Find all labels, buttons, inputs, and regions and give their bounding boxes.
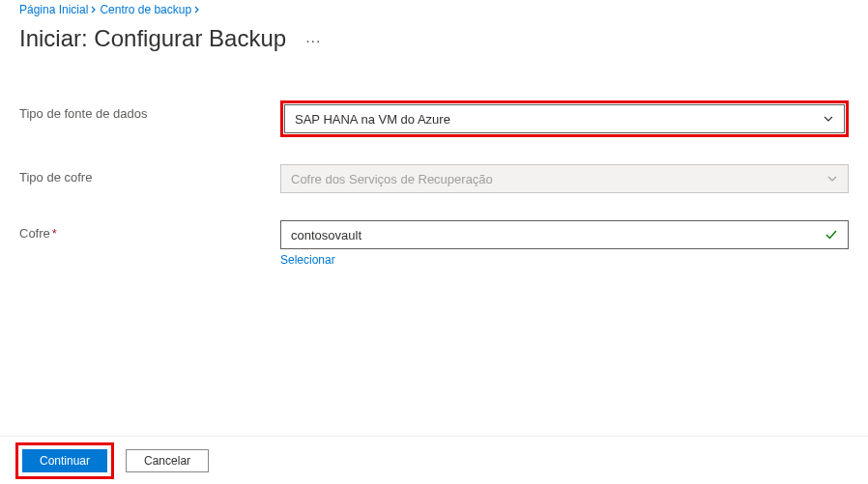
row-vault-type: Tipo de cofre Cofre dos Serviços de Recu… bbox=[19, 164, 849, 193]
select-value: SAP HANA na VM do Azure bbox=[295, 112, 450, 127]
select-datasource-type[interactable]: SAP HANA na VM do Azure bbox=[284, 104, 845, 133]
select-value: Cofre dos Serviços de Recuperação bbox=[291, 172, 493, 186]
breadcrumb-backup-center[interactable]: Centro de backup bbox=[100, 3, 191, 16]
input-vault[interactable] bbox=[280, 220, 849, 249]
breadcrumb: Página Inicial Centro de backup bbox=[0, 0, 868, 19]
footer: Continuar Cancelar bbox=[0, 436, 868, 484]
continue-button[interactable]: Continuar bbox=[22, 449, 107, 472]
chevron-right-icon bbox=[90, 4, 98, 15]
page-title: Iniciar: Configurar Backup bbox=[19, 25, 286, 52]
vault-field[interactable] bbox=[291, 228, 825, 242]
highlight-datasource: SAP HANA na VM do Azure bbox=[280, 100, 849, 137]
chevron-right-icon bbox=[193, 4, 201, 15]
chevron-down-icon bbox=[826, 173, 838, 185]
check-icon bbox=[825, 228, 838, 242]
highlight-continue: Continuar bbox=[15, 442, 114, 479]
chevron-down-icon bbox=[823, 113, 834, 125]
label-vault: Cofre* bbox=[19, 220, 280, 241]
cancel-button[interactable]: Cancelar bbox=[126, 449, 209, 472]
select-vault-link[interactable]: Selecionar bbox=[280, 253, 335, 267]
row-vault: Cofre* Selecionar bbox=[19, 220, 849, 267]
more-button[interactable]: ··· bbox=[305, 27, 321, 50]
select-vault-type: Cofre dos Serviços de Recuperação bbox=[280, 164, 849, 193]
required-indicator: * bbox=[52, 226, 57, 241]
form: Tipo de fonte de dados SAP HANA na VM do… bbox=[0, 52, 868, 267]
row-datasource-type: Tipo de fonte de dados SAP HANA na VM do… bbox=[19, 100, 849, 137]
label-vault-type: Tipo de cofre bbox=[19, 164, 280, 185]
breadcrumb-home[interactable]: Página Inicial bbox=[19, 3, 88, 16]
header: Iniciar: Configurar Backup ··· bbox=[0, 19, 868, 52]
label-datasource-type: Tipo de fonte de dados bbox=[19, 100, 280, 121]
